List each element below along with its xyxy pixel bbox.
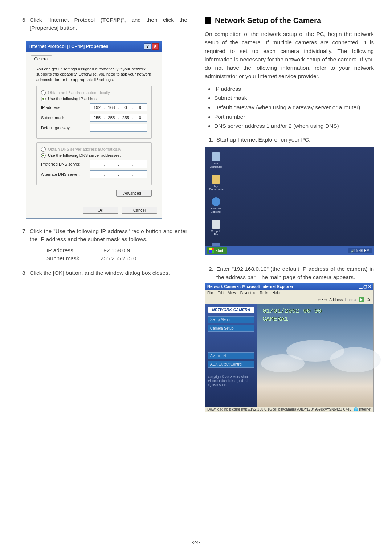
camera-sidebar: NETWORK CAMERA Setup Menu Camera Setup A…	[205, 304, 257, 407]
browser-menubar: File Edit View Favorites Tools Help	[205, 290, 373, 296]
step-number: 6.	[18, 16, 30, 32]
dialog-title: Internet Protocol [TCP/IP] Properties	[29, 44, 108, 49]
menu-item[interactable]: Favorites	[240, 291, 255, 295]
ip-name: IP address	[46, 247, 97, 254]
step-number: 1.	[205, 136, 216, 144]
tab-general[interactable]: General	[31, 55, 52, 62]
cancel-button[interactable]: Cancel	[122, 207, 157, 214]
menu-item[interactable]: Tools	[260, 291, 268, 295]
sidebar-button[interactable]: Setup Menu	[208, 316, 254, 323]
step-number: 8.	[18, 269, 30, 277]
bullet-item: Default gateway (when using a gateway se…	[214, 103, 374, 111]
bullet-item: Port number	[214, 113, 374, 121]
sidebar-button[interactable]: Alarm List	[208, 352, 254, 359]
radio-use-ip-label: Use the following IP address:	[48, 97, 99, 101]
window-buttons-icon: ▁ ▢ ✕	[359, 284, 371, 289]
camera-viewport: 01/01/2002 00 00 CAMERA1	[257, 304, 373, 407]
bullet-item: IP address	[214, 85, 374, 93]
browser-screenshot: Network Camera - Microsoft Internet Expl…	[205, 283, 374, 412]
dns1-label: Preferred DNS server:	[41, 162, 90, 166]
radio-use-dns-label: Use the following DNS server addresses:	[48, 153, 121, 158]
radio-use-ip[interactable]	[41, 97, 46, 101]
ip-group: Obtain an IP address automatically Use t…	[36, 86, 152, 139]
dns2-input[interactable]: ...	[90, 170, 147, 178]
browser-titlebar: Network Camera - Microsoft Internet Expl…	[205, 283, 373, 290]
step-2: 2. Enter "192.168.0.10" (the default IP …	[205, 265, 374, 281]
radio-obtain-dns-label: Obtain DNS server address automatically	[48, 147, 121, 151]
mask-label: Subnet mask:	[41, 115, 90, 120]
dns-group: Obtain DNS server address automatically …	[36, 142, 152, 185]
step-text: Click the "Use the following IP address"…	[30, 227, 187, 244]
desktop-icon: Recycle Bin	[209, 220, 223, 236]
step-6: 6. Click "Internet Protocol (TCP/IP)", a…	[18, 16, 187, 32]
camera-overlay-text: 01/01/2002 00 00 CAMERA1	[262, 307, 322, 323]
radio-obtain-ip[interactable]	[41, 90, 46, 95]
step-1: 1. Start up Internet Explorer on your PC…	[205, 136, 374, 144]
bullet-item: DNS server address 1 and/or 2 (when usin…	[214, 122, 374, 130]
gateway-label: Default gateway:	[41, 126, 90, 130]
go-button[interactable]: ▶	[359, 297, 364, 302]
desktop-icon: My Documents	[209, 175, 223, 191]
step-text: Start up Internet Explorer on your PC.	[216, 136, 374, 144]
menu-item[interactable]: File	[207, 291, 213, 295]
step-text: Click "Internet Protocol (TCP/IP)", and …	[30, 16, 187, 32]
dns1-input[interactable]: ...	[90, 160, 147, 168]
dialog-titlebar: Internet Protocol [TCP/IP] Properties ? …	[26, 41, 162, 52]
info-bullet-list: IP address Subnet mask Default gateway (…	[214, 85, 374, 130]
help-icon[interactable]: ?	[144, 43, 151, 50]
dns2-label: Alternate DNS server:	[41, 172, 90, 176]
radio-obtain-dns	[41, 147, 46, 152]
heading-square-icon	[205, 17, 211, 24]
sidebar-button[interactable]: AUX Output Control	[208, 361, 254, 368]
sidebar-button[interactable]: Camera Setup	[208, 325, 254, 332]
page-number: -24-	[0, 539, 392, 545]
dialog-panel: You can get IP settings assigned automat…	[31, 62, 157, 202]
tcpip-dialog: Internet Protocol [TCP/IP] Properties ? …	[26, 41, 162, 219]
mask-input[interactable]: 255. 255. 255. 0	[90, 114, 147, 122]
start-button[interactable]: start	[207, 247, 227, 254]
mask-name: Subnet mask	[46, 255, 97, 262]
ip-input[interactable]: 192. 168. 0. 9	[90, 103, 147, 111]
step-number: 2.	[205, 265, 216, 281]
radio-obtain-ip-label: Obtain an IP address automatically	[48, 90, 110, 95]
close-icon[interactable]: X	[152, 43, 159, 50]
step-text: Click the [OK] button, and the window di…	[30, 269, 187, 277]
menu-item[interactable]: View	[228, 291, 236, 295]
step-8: 8. Click the [OK] button, and the window…	[18, 269, 187, 277]
desktop-icon: Internet Explorer	[209, 197, 223, 213]
radio-use-dns[interactable]	[41, 153, 46, 158]
system-tray: 🔊 5:46 PM	[348, 248, 372, 253]
step-number: 7.	[18, 227, 30, 244]
ip-label: IP address:	[41, 105, 90, 110]
dialog-intro: You can get IP settings assigned automat…	[36, 66, 152, 82]
browser-addressbar: ⇦ • ⇨ Address Links » ▶ Go	[205, 296, 373, 304]
step-text: Enter "192.168.0.10" (the default IP add…	[216, 265, 374, 281]
heading-text: Network Setup of the Camera	[215, 16, 321, 25]
browser-statusbar: Downloading picture http://192.168.0.10/…	[205, 407, 373, 412]
ok-button[interactable]: OK	[83, 207, 118, 214]
address-values: IP address : 192.168.0.9 Subnet mask : 2…	[46, 247, 187, 262]
section-heading: Network Setup of the Camera	[205, 16, 374, 25]
bullet-item: Subnet mask	[214, 94, 374, 102]
camera-logo: NETWORK CAMERA	[208, 307, 254, 313]
desktop-icon: My Computer	[209, 152, 223, 168]
intro-paragraph: On completion of the network setup of th…	[205, 30, 374, 81]
menu-item[interactable]: Edit	[217, 291, 224, 295]
copyright-text: Copyright © 2003 Matsushita Electric Ind…	[208, 375, 254, 387]
step-7: 7. Click the "Use the following IP addre…	[18, 227, 187, 244]
advanced-button[interactable]: Advanced...	[116, 190, 152, 197]
ip-value: : 192.168.0.9	[97, 247, 187, 254]
mask-value: : 255.255.255.0	[97, 255, 187, 262]
taskbar: start 🔊 5:46 PM	[205, 246, 374, 255]
desktop-screenshot: My Computer My Documents Internet Explor…	[205, 147, 374, 255]
menu-item[interactable]: Help	[272, 291, 280, 295]
gateway-input[interactable]: ...	[90, 124, 147, 132]
